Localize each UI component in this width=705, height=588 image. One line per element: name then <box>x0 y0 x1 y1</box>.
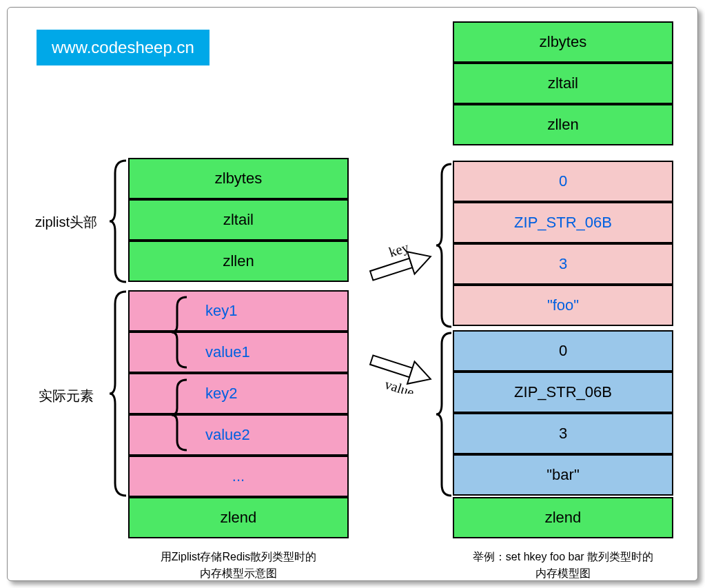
left-key1-cell: key1 <box>128 290 349 332</box>
brace-kv1-icon <box>170 294 190 370</box>
brace-right-value-icon <box>435 332 454 497</box>
left-key2-cell: key2 <box>128 373 349 414</box>
right-val-val-cell: "bar" <box>453 454 673 496</box>
right-zllen-cell: zllen <box>453 104 673 145</box>
watermark-badge: www.codesheep.cn <box>37 30 210 65</box>
right-zlbytes-cell: zlbytes <box>453 21 673 63</box>
left-zllen-cell: zllen <box>128 241 349 282</box>
arrow-key-label: key <box>387 242 411 261</box>
left-caption-line2: 内存模型示意图 <box>200 567 277 579</box>
left-zltail-cell: zltail <box>128 199 349 241</box>
left-zlend-cell: zlend <box>128 497 349 538</box>
right-key-val-cell: "foo" <box>453 285 673 326</box>
right-caption: 举例：set hkey foo bar 散列类型时的 内存模型图 <box>446 549 680 582</box>
left-value1-cell: value1 <box>128 332 349 373</box>
label-ziplist-header: ziplist头部 <box>35 213 97 232</box>
brace-right-key-icon <box>435 163 454 328</box>
left-zlbytes-cell: zlbytes <box>128 158 349 199</box>
svg-marker-1 <box>407 245 434 274</box>
right-key-enc-cell: ZIP_STR_06B <box>453 202 673 243</box>
right-zltail-cell: zltail <box>453 63 673 104</box>
left-more-cell: ... <box>128 456 349 497</box>
right-key-prevlen-cell: 0 <box>453 161 673 202</box>
svg-rect-0 <box>370 258 412 281</box>
right-val-prevlen-cell: 0 <box>453 330 673 372</box>
brace-kv2-icon <box>170 377 190 453</box>
left-value2-cell: value2 <box>128 414 349 456</box>
right-key-len-cell: 3 <box>453 243 673 285</box>
right-caption-line1: 举例：set hkey foo bar 散列类型时的 <box>473 551 653 562</box>
brace-elements-icon <box>108 290 129 497</box>
svg-rect-2 <box>370 355 412 377</box>
left-caption: 用Ziplist存储Redis散列类型时的 内存模型示意图 <box>128 549 349 582</box>
right-caption-line2: 内存模型图 <box>535 567 591 579</box>
right-val-enc-cell: ZIP_STR_06B <box>453 372 673 413</box>
arrow-key-icon: key <box>363 242 439 290</box>
label-elements: 实际元素 <box>39 387 94 405</box>
left-caption-line1: 用Ziplist存储Redis散列类型时的 <box>161 551 317 562</box>
right-zlend-cell: zlend <box>453 497 673 538</box>
brace-ziplist-header-icon <box>108 159 129 283</box>
diagram-frame: www.codesheep.cn zlbytes zltail zllen ke… <box>7 7 698 581</box>
right-val-len-cell: 3 <box>453 413 673 454</box>
arrow-value-icon: value <box>363 345 439 394</box>
